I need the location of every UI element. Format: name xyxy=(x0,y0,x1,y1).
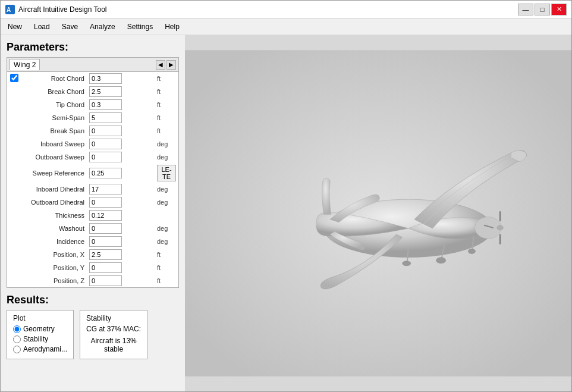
tab-prev-button[interactable]: ◀ xyxy=(156,60,165,70)
geometry-radio[interactable] xyxy=(13,325,21,333)
break-span-unit: ft xyxy=(155,124,178,137)
position-z-input[interactable] xyxy=(89,275,122,286)
results-section: Results: Plot Geometry Stability xyxy=(7,294,179,385)
position-z-label: Position, Z xyxy=(21,274,87,287)
thickness-input[interactable] xyxy=(89,210,122,221)
semi-span-input[interactable] xyxy=(89,112,122,123)
app-icon: A xyxy=(5,5,15,14)
stability-group-label: Stability xyxy=(86,314,141,322)
maximize-button[interactable]: □ xyxy=(535,4,550,15)
inboard-sweep-unit: deg xyxy=(155,137,178,150)
wing-tab[interactable]: Wing 2 xyxy=(10,59,40,70)
root-chord-unit: ft xyxy=(155,72,178,85)
table-row: Incidence deg xyxy=(7,235,178,248)
table-row: Position, X ft xyxy=(7,248,178,261)
stability-radio-label: Stability xyxy=(23,335,48,343)
break-chord-input[interactable] xyxy=(89,86,122,97)
svg-point-14 xyxy=(468,249,475,253)
incidence-unit: deg xyxy=(155,235,178,248)
root-chord-checkbox[interactable] xyxy=(10,74,18,82)
stability-group: Stability CG at 37% MAC: Aircraft is 13%… xyxy=(80,310,147,359)
svg-text:A: A xyxy=(7,7,11,13)
inboard-sweep-input[interactable] xyxy=(89,139,122,149)
svg-point-5 xyxy=(497,225,503,230)
semi-span-unit: ft xyxy=(155,111,178,124)
title-bar-controls: — □ ✕ xyxy=(518,4,567,15)
results-title: Results: xyxy=(7,294,179,306)
content-area: Parameters: Wing 2 ◀ ▶ xyxy=(1,35,571,391)
tab-next-button[interactable]: ▶ xyxy=(166,60,176,70)
outboard-dihedral-label: Outboard Dihedral xyxy=(21,196,87,209)
washout-unit: deg xyxy=(155,222,178,235)
stability-radio-row: Stability xyxy=(13,335,67,343)
tip-chord-label: Tip Chord xyxy=(21,98,87,111)
table-row: Inboard Dihedral deg xyxy=(7,183,178,196)
table-row: Root Chord ft xyxy=(7,72,178,85)
le-te-button[interactable]: LE-TE xyxy=(157,165,176,181)
washout-label: Washout xyxy=(21,222,87,235)
tab-bar: Wing 2 ◀ ▶ xyxy=(7,58,178,72)
menu-item-save[interactable]: Save xyxy=(57,20,83,33)
inboard-dihedral-unit: deg xyxy=(155,183,178,196)
table-row: Outboard Dihedral deg xyxy=(7,196,178,209)
plot-group: Plot Geometry Stability Aerodynami... xyxy=(7,310,74,359)
svg-point-10 xyxy=(436,258,446,264)
menu-item-new[interactable]: New xyxy=(3,20,27,33)
tip-chord-input[interactable] xyxy=(89,99,122,110)
table-row: Tip Chord ft xyxy=(7,98,178,111)
position-z-unit: ft xyxy=(155,274,178,287)
param-table: Root Chord ft Break Chord ft xyxy=(7,72,178,287)
outboard-dihedral-unit: deg xyxy=(155,196,178,209)
plot-group-label: Plot xyxy=(13,314,67,322)
position-x-label: Position, X xyxy=(21,248,87,261)
sweep-reference-input[interactable] xyxy=(89,168,122,178)
geometry-label: Geometry xyxy=(23,325,55,333)
outboard-sweep-unit: deg xyxy=(155,150,178,164)
params-box: Wing 2 ◀ ▶ Root Chord xyxy=(7,57,179,288)
stability-radio[interactable] xyxy=(13,335,21,343)
inboard-sweep-label: Inboard Sweep xyxy=(21,137,87,150)
position-x-input[interactable] xyxy=(89,249,122,260)
outboard-sweep-label: Outboard Sweep xyxy=(21,150,87,164)
incidence-label: Incidence xyxy=(21,235,87,248)
minimize-button[interactable]: — xyxy=(518,4,533,15)
tab-nav: ◀ ▶ xyxy=(156,60,176,70)
break-span-input[interactable] xyxy=(89,126,122,136)
inboard-dihedral-input[interactable] xyxy=(89,184,122,195)
table-row: Break Span ft xyxy=(7,124,178,137)
aerodynamics-label: Aerodynami... xyxy=(23,345,67,353)
root-chord-input[interactable] xyxy=(89,73,122,84)
aircraft-3d-view xyxy=(185,35,571,391)
menu-item-load[interactable]: Load xyxy=(29,20,55,33)
position-y-unit: ft xyxy=(155,261,178,274)
position-y-label: Position, Y xyxy=(21,261,87,274)
svg-point-12 xyxy=(403,261,411,266)
table-row: Position, Y ft xyxy=(7,261,178,274)
break-span-label: Break Span xyxy=(21,124,87,137)
thickness-label: Thickness xyxy=(21,209,87,222)
break-chord-unit: ft xyxy=(155,85,178,98)
incidence-input[interactable] xyxy=(89,236,122,247)
table-row: Sweep Reference LE-TE xyxy=(7,164,178,183)
menu-item-help[interactable]: Help xyxy=(160,20,184,33)
root-chord-label: Root Chord xyxy=(21,72,87,85)
outboard-dihedral-input[interactable] xyxy=(89,197,122,208)
menu-item-settings[interactable]: Settings xyxy=(122,20,158,33)
aerodynamics-radio[interactable] xyxy=(13,346,21,353)
table-row: Semi-Span ft xyxy=(7,111,178,124)
title-bar: A Aircraft Intuitive Design Tool — □ ✕ xyxy=(1,1,571,18)
menu-bar: New Load Save Analyze Settings Help xyxy=(1,18,571,35)
washout-input[interactable] xyxy=(89,223,122,234)
table-row: Break Chord ft xyxy=(7,85,178,98)
table-row: Washout deg xyxy=(7,222,178,235)
break-chord-label: Break Chord xyxy=(21,85,87,98)
left-panel: Parameters: Wing 2 ◀ ▶ xyxy=(1,35,185,391)
close-button[interactable]: ✕ xyxy=(551,4,567,15)
aerodynamics-radio-row: Aerodynami... xyxy=(13,345,67,353)
menu-item-analyze[interactable]: Analyze xyxy=(85,20,120,33)
stability-info: Aircraft is 13%stable xyxy=(86,337,141,353)
outboard-sweep-input[interactable] xyxy=(89,152,122,162)
position-y-input[interactable] xyxy=(89,262,122,273)
position-x-unit: ft xyxy=(155,248,178,261)
window-title: Aircraft Intuitive Design Tool xyxy=(18,5,107,14)
